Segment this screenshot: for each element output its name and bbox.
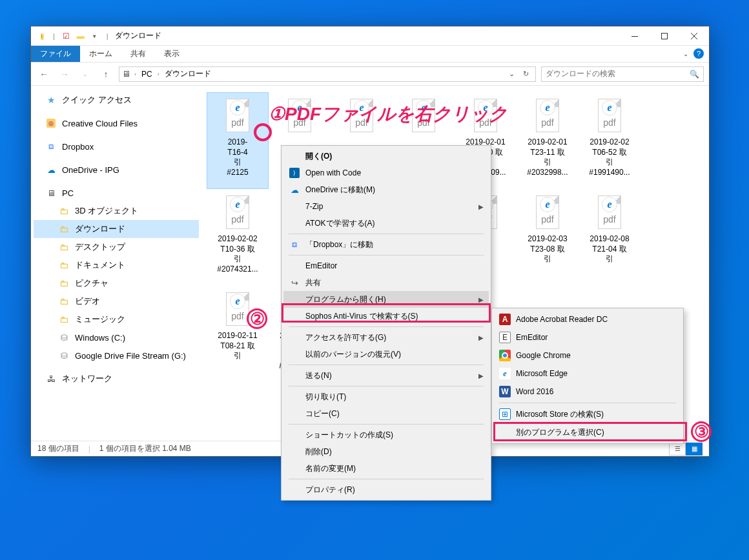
address-dropdown-icon[interactable]: ⌄	[504, 67, 518, 81]
ctx-open-with[interactable]: プログラムから開く(H)▶	[283, 291, 489, 308]
ctx-shortcut[interactable]: ショートカットの作成(S)	[283, 426, 489, 443]
folder-icon: 🗀	[58, 314, 70, 325]
nav-recent-icon[interactable]: ⌄	[77, 66, 93, 82]
ribbon-file-tab[interactable]: ファイル	[31, 46, 80, 62]
qat-dropdown-icon[interactable]: ▾	[90, 31, 100, 41]
ctx-copy[interactable]: コピー(C)	[283, 405, 489, 422]
details-view-button[interactable]: ☰	[669, 443, 686, 455]
sub-choose-program[interactable]: 別のプログラムを選択(C)	[494, 423, 681, 441]
sub-store[interactable]: ⊞Microsoft Store の検索(S)	[494, 405, 681, 423]
ctx-emeditor[interactable]: EmEditor	[283, 257, 489, 274]
address-bar[interactable]: 🖥 › PC › ダウンロード ⌄ ↻	[119, 66, 536, 82]
pc-icon: 🖥	[122, 69, 130, 79]
sub-edge[interactable]: eMicrosoft Edge	[494, 365, 681, 383]
sidebar-windows-c[interactable]: ⛁Windows (C:)	[34, 328, 199, 346]
onedrive-icon: ☁	[289, 184, 300, 195]
refresh-icon[interactable]: ↻	[518, 67, 533, 81]
ctx-atok[interactable]: ATOKで学習する(A)	[283, 215, 489, 232]
pc-icon: 🖥	[45, 187, 57, 199]
chevron-right-icon[interactable]: ›	[133, 71, 138, 77]
window-title: ダウンロード	[115, 30, 161, 41]
nav-forward-button[interactable]: →	[57, 66, 72, 82]
sidebar-pc[interactable]: 🖥PC	[34, 184, 199, 202]
star-icon: ★	[45, 94, 57, 106]
vscode-icon: ⟩	[289, 167, 300, 179]
breadcrumb-downloads[interactable]: ダウンロード	[163, 68, 212, 79]
breadcrumb-pc[interactable]: PC	[140, 70, 154, 79]
close-button[interactable]	[679, 26, 709, 46]
sidebar-documents[interactable]: 🗀ドキュメント	[34, 256, 199, 274]
acrobat-icon: A	[499, 314, 511, 325]
store-icon: ⊞	[499, 408, 511, 420]
file-item[interactable]: e pdf 2019-02-02T10-36 取引#2074321...	[207, 189, 269, 286]
chrome-icon	[499, 350, 511, 361]
maximize-button[interactable]	[650, 26, 679, 46]
share-icon: ↪	[289, 277, 300, 288]
sidebar-creative-cloud[interactable]: ◎Creative Cloud Files	[34, 114, 199, 132]
drive-icon: ⛁	[58, 350, 70, 361]
pdf-file-icon: e pdf	[531, 193, 564, 232]
edge-icon: e	[499, 368, 511, 379]
ribbon-expand-icon[interactable]: ⌄	[683, 50, 688, 57]
ctx-rename[interactable]: 名前の変更(M)	[283, 460, 489, 477]
sidebar-downloads[interactable]: 🗀ダウンロード	[34, 220, 199, 238]
file-item[interactable]: e pdf 2019-02-02T06-52 取引#1991490...	[579, 92, 641, 189]
sidebar-quick-access[interactable]: ★クイック アクセス	[34, 91, 199, 109]
sub-word[interactable]: WWord 2016	[494, 383, 681, 401]
ribbon-share-tab[interactable]: 共有	[121, 46, 155, 62]
ctx-prev-version[interactable]: 以前のバージョンの復元(V)	[283, 346, 489, 363]
qat-folder-icon[interactable]: ▬	[76, 31, 86, 41]
qat-check-icon[interactable]: ☑	[61, 31, 72, 41]
folder-icon: 🗀	[58, 277, 70, 289]
folder-icon: 🗀	[58, 295, 70, 307]
ctx-delete[interactable]: 削除(D)	[283, 443, 489, 460]
sidebar-desktop[interactable]: 🗀デスクトップ	[34, 238, 199, 256]
file-name: 2019-02-02T10-36 取引#2074321...	[217, 234, 258, 274]
ribbon-view-tab[interactable]: 表示	[155, 46, 189, 62]
ctx-onedrive-move[interactable]: ☁OneDrive に移動(M)	[283, 181, 489, 198]
ctx-send-to[interactable]: 送る(N)▶	[283, 367, 489, 384]
chevron-right-icon: ▶	[478, 296, 484, 303]
sidebar-network[interactable]: 🖧ネットワーク	[34, 370, 199, 388]
nav-back-button[interactable]: ←	[36, 66, 52, 82]
pdf-file-icon: e pdf	[221, 96, 254, 135]
ctx-grant-access[interactable]: アクセスを許可する(G)▶	[283, 329, 489, 346]
sidebar-pictures[interactable]: 🗀ピクチャ	[34, 274, 199, 292]
sidebar-onedrive[interactable]: ☁OneDrive - IPG	[34, 161, 199, 179]
sidebar-dropbox[interactable]: ⧈Dropbox	[34, 137, 199, 155]
sub-emeditor[interactable]: EEmEditor	[494, 328, 681, 346]
chevron-right-icon[interactable]: ›	[156, 71, 161, 77]
ctx-dropbox-move[interactable]: ⧈「Dropbox」に移動	[283, 236, 489, 253]
sidebar-google-drive[interactable]: ⛁Google Drive File Stream (G:)	[34, 346, 199, 365]
file-item[interactable]: e pdf 2019-02-01T23-11 取引#2032998...	[517, 92, 579, 189]
word-icon: W	[499, 386, 511, 397]
file-name: 2019-T16-4引#2125	[227, 137, 248, 177]
network-icon: 🖧	[45, 373, 57, 385]
file-item[interactable]: e pdf 2019-02-03T23-08 取引	[517, 189, 579, 286]
sidebar-music[interactable]: 🗀ミュージック	[34, 310, 199, 328]
file-name: 2019-02-11T08-21 取引	[218, 331, 257, 361]
sub-chrome[interactable]: Google Chrome	[494, 346, 681, 365]
nav-up-button[interactable]: ↑	[98, 66, 114, 82]
search-input[interactable]: ダウンロードの検索 🔍	[541, 66, 704, 82]
icons-view-button[interactable]: ▦	[686, 443, 703, 455]
ctx-share[interactable]: ↪共有	[283, 274, 489, 291]
file-item[interactable]: e pdf 2019-02-08T21-04 取引	[579, 189, 641, 286]
ctx-7zip[interactable]: 7-Zip▶	[283, 198, 489, 215]
sidebar-3d-objects[interactable]: 🗀3D オブジェクト	[34, 202, 199, 220]
navigation-pane[interactable]: ★クイック アクセス ◎Creative Cloud Files ⧈Dropbo…	[31, 86, 199, 441]
ribbon-home-tab[interactable]: ホーム	[80, 46, 121, 62]
help-icon[interactable]: ?	[693, 48, 704, 59]
ctx-open[interactable]: 開く(O)	[283, 148, 489, 165]
creative-cloud-icon: ◎	[45, 117, 57, 129]
ctx-properties[interactable]: プロパティ(R)	[283, 481, 489, 498]
minimize-button[interactable]	[620, 26, 650, 46]
ctx-sophos[interactable]: Sophos Anti-Virus で検索する(S)	[283, 308, 489, 325]
sub-acrobat[interactable]: AAdobe Acrobat Reader DC	[494, 310, 681, 328]
ctx-cut[interactable]: 切り取り(T)	[283, 388, 489, 405]
search-icon[interactable]: 🔍	[690, 70, 699, 79]
file-item[interactable]: e pdf 2019-02-11T08-21 取引	[207, 286, 269, 383]
ctx-open-code[interactable]: ⟩Open with Code	[283, 165, 489, 181]
sidebar-videos[interactable]: 🗀ビデオ	[34, 292, 199, 310]
folder-icon: 🗀	[58, 241, 70, 253]
